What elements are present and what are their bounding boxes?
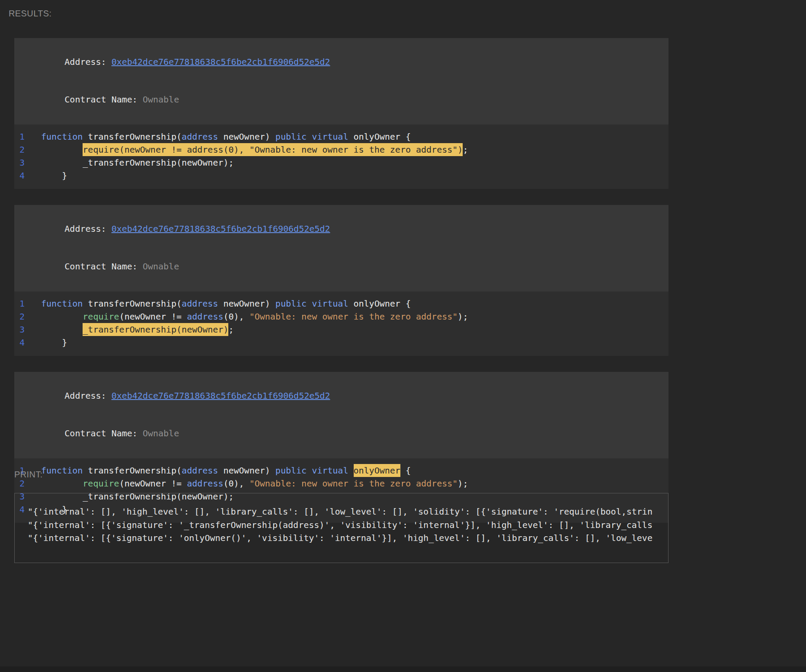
code-line: 2 require(newOwner != address(0), "Ownab… (14, 310, 668, 323)
contract-name-row: Contract Name:Ownable (23, 415, 660, 452)
code-line: 4 } (14, 169, 668, 182)
contract-name-value: Ownable (143, 428, 179, 438)
code-line-content: require(newOwner != address(0), "Ownable… (41, 310, 468, 323)
code-line: 1function transferOwnership(address newO… (14, 297, 668, 310)
highlighted-code: require (83, 143, 119, 156)
contract-name-value: Ownable (143, 261, 179, 272)
highlighted-code: (0), (223, 143, 249, 156)
line-number: 2 (14, 310, 41, 323)
highlighted-code: (newOwner != (119, 143, 187, 156)
code-block: 1function transferOwnership(address newO… (14, 291, 668, 356)
highlighted-code: "Ownable: new owner is the zero address" (249, 143, 458, 156)
print-section-label: PRINT: (14, 470, 43, 480)
line-number: 1 (14, 130, 41, 143)
result-card: Address:0xeb42dce76e77818638c5f6be2cb1f6… (14, 38, 668, 189)
code-line: 1function transferOwnership(address newO… (14, 464, 668, 477)
code-line-content: function transferOwnership(address newOw… (41, 130, 411, 143)
code-line-content: require(newOwner != address(0), "Ownable… (41, 477, 468, 490)
line-number: 4 (14, 336, 41, 349)
address-label: Address: (64, 57, 106, 67)
result-card-header: Address:0xeb42dce76e77818638c5f6be2cb1f6… (14, 205, 668, 291)
code-line-content: } (41, 169, 67, 182)
code-line: 4 } (14, 336, 668, 349)
code-line: 3 _transferOwnership(newOwner); (14, 323, 668, 336)
results-section-label: RESULTS: (9, 9, 52, 19)
line-number: 4 (14, 169, 41, 182)
code-line-content: _transferOwnership(newOwner); (41, 323, 234, 336)
highlighted-code: address (187, 143, 223, 156)
contract-name-row: Contract Name:Ownable (23, 248, 660, 285)
address-row: Address:0xeb42dce76e77818638c5f6be2cb1f6… (23, 210, 660, 248)
address-row: Address:0xeb42dce76e77818638c5f6be2cb1f6… (23, 43, 660, 81)
contract-name-value: Ownable (143, 94, 179, 105)
highlighted-code: _transferOwnership(newOwner) (83, 323, 228, 336)
code-line-content: function transferOwnership(address newOw… (41, 297, 411, 310)
print-line: "{'internal': [{'signature': 'onlyOwner(… (28, 531, 655, 545)
code-line-content: _transferOwnership(newOwner); (41, 156, 234, 169)
code-line-content: function transferOwnership(address newOw… (41, 464, 411, 477)
line-number: 2 (14, 143, 41, 156)
contract-name-row: Contract Name:Ownable (23, 81, 660, 118)
code-line-content: require(newOwner != address(0), "Ownable… (41, 143, 468, 156)
address-link[interactable]: 0xeb42dce76e77818638c5f6be2cb1f6906d52e5… (112, 224, 330, 234)
code-line: 1function transferOwnership(address newO… (14, 130, 668, 143)
code-line: 2 require(newOwner != address(0), "Ownab… (14, 143, 668, 156)
address-label: Address: (64, 224, 106, 234)
contract-name-label: Contract Name: (64, 261, 138, 272)
print-output-box: "{'internal': [], 'high_level': [], 'lib… (14, 493, 668, 563)
contract-name-label: Contract Name: (64, 94, 138, 105)
code-line-content: } (41, 336, 67, 349)
print-line: "{'internal': [{'signature': '_transferO… (28, 518, 655, 532)
line-number: 3 (14, 156, 41, 169)
highlighted-code: ) (457, 143, 463, 156)
highlighted-code: onlyOwner (354, 464, 400, 477)
code-line: 2 require(newOwner != address(0), "Ownab… (14, 477, 668, 490)
address-link[interactable]: 0xeb42dce76e77818638c5f6be2cb1f6906d52e5… (112, 57, 330, 67)
address-link[interactable]: 0xeb42dce76e77818638c5f6be2cb1f6906d52e5… (112, 390, 330, 401)
address-label: Address: (64, 390, 106, 401)
code-block: 1function transferOwnership(address newO… (14, 125, 668, 189)
results-list: Address:0xeb42dce76e77818638c5f6be2cb1f6… (14, 38, 668, 523)
line-number: 1 (14, 297, 41, 310)
result-card: Address:0xeb42dce76e77818638c5f6be2cb1f6… (14, 205, 668, 356)
print-line: "{'internal': [], 'high_level': [], 'lib… (28, 505, 655, 518)
result-card-header: Address:0xeb42dce76e77818638c5f6be2cb1f6… (14, 372, 668, 458)
contract-name-label: Contract Name: (64, 428, 138, 438)
window-bottom-edge (0, 666, 806, 672)
result-card-header: Address:0xeb42dce76e77818638c5f6be2cb1f6… (14, 38, 668, 125)
code-line: 3 _transferOwnership(newOwner); (14, 156, 668, 169)
address-row: Address:0xeb42dce76e77818638c5f6be2cb1f6… (23, 377, 660, 415)
line-number: 3 (14, 323, 41, 336)
